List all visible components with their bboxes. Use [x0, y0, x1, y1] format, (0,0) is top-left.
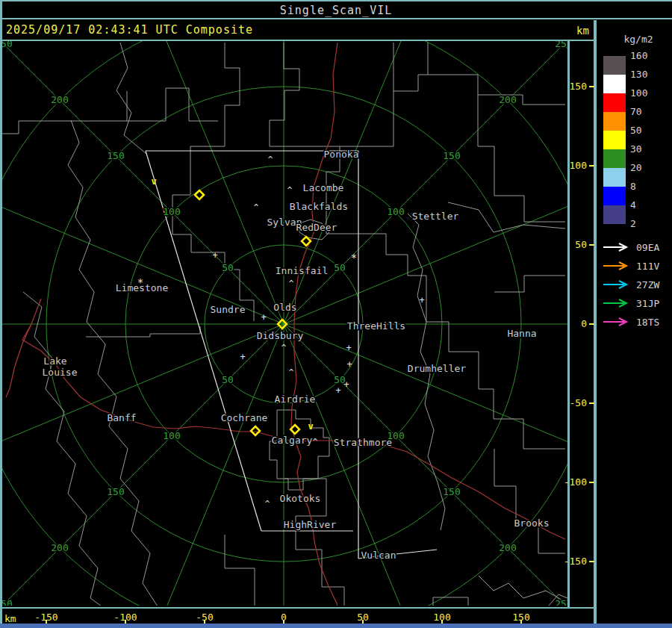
- range-label: 150: [107, 486, 124, 497]
- colorbar-value: 50: [630, 125, 663, 136]
- colorbar-swatch: [603, 93, 626, 112]
- city-label: Cochrane: [221, 412, 268, 423]
- town-marker: ^: [254, 202, 259, 212]
- town-marker: ^: [289, 279, 294, 288]
- colorbar-value: 100: [630, 87, 663, 99]
- site-id-label: 18TS: [636, 317, 659, 328]
- site-arrow-icon: [602, 279, 632, 290]
- right-axis-label: -50: [561, 397, 587, 408]
- radial-line: [112, 324, 284, 607]
- title-bar: Single_Scan_VIL: [0, 4, 672, 17]
- county-boundary-line: [326, 234, 565, 449]
- site-arrow-icon: [602, 242, 632, 252]
- storm-vector-marker: v: [151, 176, 156, 187]
- axis-tick: [589, 482, 594, 483]
- right-axis-label: 50: [561, 239, 587, 250]
- county-boundary-line: [479, 576, 565, 602]
- frame-border: [0, 0, 2, 624]
- right-axis-label: -150: [561, 556, 587, 567]
- county-boundary-line: [393, 43, 428, 91]
- town-marker: ^: [313, 437, 318, 447]
- town-marker: ^: [265, 499, 270, 509]
- right-axis-label: 100: [561, 160, 587, 171]
- town-marker: +: [212, 250, 217, 261]
- range-label: 200: [51, 542, 68, 553]
- county-boundary-line: [478, 95, 565, 222]
- colorbar-value: 70: [630, 106, 663, 117]
- city-label: Limestone: [116, 282, 169, 293]
- bottom-axis-unit-label: km: [4, 613, 16, 624]
- frame-border: [0, 18, 672, 19]
- range-label: 100: [163, 206, 180, 217]
- status-bar: [0, 624, 672, 628]
- colorbar-value: 8: [630, 181, 663, 192]
- town-marker: *: [351, 252, 357, 264]
- axis-tick: [589, 402, 594, 404]
- radar-site-row: 111V: [602, 260, 672, 272]
- range-label: 200: [499, 94, 516, 105]
- town-marker: ^: [289, 367, 294, 377]
- county-boundary-line: [127, 88, 218, 121]
- city-label: Drumheller: [408, 363, 466, 374]
- right-axis-label: 0: [561, 318, 587, 329]
- city-label: Ponoka: [324, 149, 359, 160]
- range-label: 50: [334, 262, 346, 273]
- frame-border: [0, 0, 672, 1]
- city-label: Stettler: [412, 211, 459, 222]
- range-label: 150: [443, 150, 460, 161]
- colorbar-unit-label: kg/m2: [612, 34, 665, 45]
- axis-tick: [589, 165, 594, 167]
- city-label: Didsbury: [257, 330, 304, 341]
- city-label: Strathmore: [334, 437, 392, 448]
- county-boundary-line: [494, 449, 565, 553]
- site-arrow-icon: [602, 261, 632, 271]
- town-marker: +: [346, 359, 352, 370]
- legend-panel: kg/m2 16013010070503020842 09EA111V27ZW3…: [597, 20, 672, 624]
- city-label: Banff: [107, 412, 136, 423]
- town-marker: +: [419, 295, 424, 305]
- city-label: RedDeer: [296, 222, 337, 233]
- radar-map-canvas[interactable]: vv++++++++^^^^^^^^** 5050505010010010010…: [0, 41, 570, 607]
- range-label: 200: [51, 94, 68, 105]
- site-id-label: 27ZW: [636, 279, 659, 290]
- city-label: Innisfail: [276, 265, 328, 276]
- town-marker: ^: [287, 185, 293, 195]
- county-boundary-line: [190, 43, 240, 146]
- town-marker: +: [335, 385, 340, 396]
- city-label: ThreeHills: [347, 320, 405, 332]
- radar-site-row: 18TS: [602, 316, 672, 328]
- radar-site-marker: [251, 426, 260, 435]
- right-axis-label: -100: [561, 476, 587, 488]
- radar-app-window: Single_Scan_VIL 2025/09/17 02:43:41 UTC …: [0, 0, 672, 628]
- county-boundary-line: [270, 43, 340, 146]
- city-label: Okotoks: [280, 493, 321, 504]
- storm-vector-marker: v: [308, 421, 313, 432]
- colorbar-swatch: [603, 168, 626, 187]
- radar-site-row: 09EA: [602, 241, 672, 253]
- city-label: Blackfalds: [290, 201, 348, 212]
- colorbar-value: 130: [630, 69, 663, 80]
- county-boundary-line: [23, 292, 102, 606]
- axis-tick: [589, 86, 594, 87]
- city-label: Olds: [273, 302, 296, 313]
- county-boundary-line: [433, 597, 468, 607]
- site-id-label: 09EA: [636, 242, 659, 253]
- city-label: HighRiver: [284, 519, 337, 530]
- highway-line: [6, 324, 31, 397]
- county-boundary-line: [494, 276, 565, 292]
- city-label: Louise: [43, 367, 78, 378]
- colorbar-swatch: [603, 149, 626, 168]
- city-label: Calgary: [272, 435, 313, 446]
- colorbar-swatch: [603, 112, 626, 131]
- colorbar-swatch: [603, 131, 626, 149]
- scan-timestamp: 2025/09/17 02:43:41 UTC Composite: [6, 23, 253, 37]
- radar-site-row: 31JP: [602, 297, 672, 309]
- range-label: 100: [163, 430, 180, 441]
- town-marker: +: [240, 352, 245, 362]
- colorbar-swatch: [603, 56, 626, 75]
- county-boundary-line: [326, 91, 393, 234]
- axis-tick: [589, 561, 594, 562]
- radar-site-row: 27ZW: [602, 279, 672, 290]
- range-label: 150: [443, 486, 460, 497]
- colorbar-swatch: [603, 187, 626, 205]
